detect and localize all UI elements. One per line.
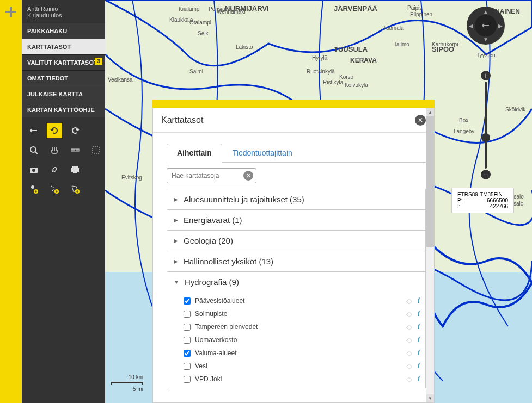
pan-down[interactable]: ▼: [483, 36, 488, 42]
layer-label: Valuma-alueet: [195, 349, 406, 357]
visibility-icon[interactable]: ◇: [406, 362, 412, 370]
menu-paikkahaku[interactable]: PAIKKAHAKU: [22, 23, 105, 39]
user-name: Antti Rainio: [27, 5, 100, 12]
dialog-scrollbar[interactable]: ▲ ▼: [426, 108, 434, 402]
layer-checkbox[interactable]: [184, 350, 191, 357]
layer-label: VPD Joki: [195, 375, 406, 383]
svg-text:Paipis: Paipis: [407, 5, 422, 11]
scroll-down[interactable]: ▼: [426, 394, 434, 402]
layer-checkbox[interactable]: [184, 337, 191, 344]
tool-add-line[interactable]: [47, 182, 62, 197]
coordinate-display: ETRS89-TM35FIN P:6666500 I:422766: [451, 188, 514, 213]
layer-checkbox[interactable]: [184, 363, 191, 370]
layer-item: Valuma-alueet◇i: [184, 346, 425, 359]
scale-bar: 10 km 5 mi: [111, 374, 143, 392]
zoom-out-button[interactable]: −: [481, 170, 491, 179]
info-icon[interactable]: i: [418, 323, 420, 331]
sidebar: Antti Rainio Kirjaudu ulos PAIKKAHAKU KA…: [22, 0, 105, 403]
tool-reset-view[interactable]: [26, 123, 41, 138]
visibility-icon[interactable]: ◇: [406, 296, 412, 305]
category-header[interactable]: ▼Hydrografia (9): [167, 272, 425, 292]
dialog-tabs: Aiheittain Tiedontuottajittain: [167, 144, 426, 163]
tool-select[interactable]: [88, 142, 103, 158]
info-icon[interactable]: i: [418, 336, 420, 344]
tool-undo[interactable]: [47, 123, 62, 138]
svg-text:Sköldvik: Sköldvik: [505, 107, 526, 113]
coord-system: ETRS89-TM35FIN: [457, 191, 508, 197]
category-label: Geologia (20): [184, 236, 233, 245]
scroll-thumb[interactable]: [426, 116, 434, 247]
svg-text:Box: Box: [459, 117, 468, 123]
pan-reset[interactable]: [475, 15, 497, 36]
visibility-icon[interactable]: ◇: [406, 336, 412, 344]
tool-add-point[interactable]: [26, 182, 41, 197]
pan-control: ▲ ▼ ◀ ▶: [467, 7, 505, 45]
visibility-icon[interactable]: ◇: [406, 309, 412, 318]
tool-print[interactable]: [68, 162, 83, 177]
category-header[interactable]: ▶Aluesuunnittelu ja rajoitukset (35): [167, 189, 425, 209]
tool-pan[interactable]: [47, 142, 62, 158]
layer-label: Solmupiste: [195, 310, 406, 318]
svg-text:Tyysteni: Tyysteni: [476, 52, 497, 58]
visibility-icon[interactable]: ◇: [406, 349, 412, 357]
tool-measure[interactable]: [68, 142, 83, 158]
menu-karttatasot[interactable]: KARTTATASOT: [22, 39, 105, 54]
chevron-down-icon: ▼: [174, 279, 179, 285]
pan-left[interactable]: ◀: [469, 23, 473, 29]
visibility-icon[interactable]: ◇: [406, 323, 412, 331]
info-icon[interactable]: i: [418, 362, 420, 370]
tool-link[interactable]: [47, 162, 62, 177]
info-icon[interactable]: i: [418, 296, 420, 305]
zoom-in-button[interactable]: +: [481, 71, 491, 80]
svg-text:KERAVA: KERAVA: [350, 57, 377, 64]
layer-item: Uomaverkosto◇i: [184, 333, 425, 346]
visibility-icon[interactable]: ◇: [406, 375, 412, 383]
layer-checkbox[interactable]: [184, 297, 191, 305]
svg-point-10: [31, 185, 34, 189]
svg-rect-1: [5, 11, 16, 13]
menu-julkaise[interactable]: JULKAISE KARTTA: [22, 86, 105, 102]
dialog-accent: [152, 100, 435, 108]
svg-text:Klaukkala: Klaukkala: [169, 17, 193, 23]
category-header[interactable]: ▶Hallinnolliset yksiköt (13): [167, 251, 425, 271]
category-header[interactable]: ▶Energiavarat (1): [167, 210, 425, 230]
tool-camera[interactable]: [26, 162, 41, 177]
close-icon[interactable]: ✕: [415, 115, 426, 126]
clear-search-icon[interactable]: ✕: [243, 171, 253, 181]
layer-label: Päävesistöalueet: [195, 297, 406, 305]
svg-text:Wennamäki: Wennamäki: [217, 9, 246, 15]
layer-label: Vesi: [195, 362, 406, 370]
dialog-title: Karttatasot: [161, 115, 203, 125]
svg-text:Koivukylä: Koivukylä: [345, 82, 368, 88]
info-icon[interactable]: i: [418, 309, 420, 318]
tool-add-area[interactable]: [68, 182, 83, 197]
tool-redo[interactable]: [68, 123, 83, 138]
menu-ohje[interactable]: KARTAN KÄYTTÖOHJE: [22, 102, 105, 117]
menu-valitut[interactable]: VALITUT KARTTATASOT 3: [22, 54, 105, 70]
layer-checkbox[interactable]: [184, 324, 191, 331]
logout-link[interactable]: Kirjaudu ulos: [27, 12, 62, 18]
chevron-right-icon: ▶: [174, 238, 178, 244]
zoom-slider[interactable]: [485, 82, 487, 169]
layer-item: Päävesistöalueet◇i: [184, 294, 425, 307]
layer-checkbox[interactable]: [184, 311, 191, 318]
svg-text:Hyrylä: Hyrylä: [312, 55, 328, 61]
zoom-slider-handle[interactable]: [481, 133, 490, 142]
svg-text:JÄRVENPÄÄ: JÄRVENPÄÄ: [334, 4, 378, 13]
tab-theme[interactable]: Aiheittain: [167, 144, 222, 163]
info-icon[interactable]: i: [418, 349, 420, 357]
svg-point-2: [30, 147, 36, 152]
layers-dialog: Karttatasot ✕ Aiheittain Tiedontuottajit…: [152, 108, 435, 403]
chevron-right-icon: ▶: [174, 217, 178, 223]
layer-checkbox[interactable]: [184, 376, 191, 383]
info-icon[interactable]: i: [418, 375, 420, 383]
tab-provider[interactable]: Tiedontuottajittain: [222, 144, 303, 162]
category-header[interactable]: ▶Geologia (20): [167, 231, 425, 251]
pan-up[interactable]: ▲: [483, 9, 488, 15]
layer-item: Vesi◇i: [184, 359, 425, 373]
menu-omat[interactable]: OMAT TIEDOT: [22, 70, 105, 86]
tool-zoom-box[interactable]: [26, 142, 41, 158]
svg-text:Selki: Selki: [198, 30, 210, 36]
scroll-up[interactable]: ▲: [426, 108, 434, 116]
pan-right[interactable]: ▶: [498, 23, 503, 29]
